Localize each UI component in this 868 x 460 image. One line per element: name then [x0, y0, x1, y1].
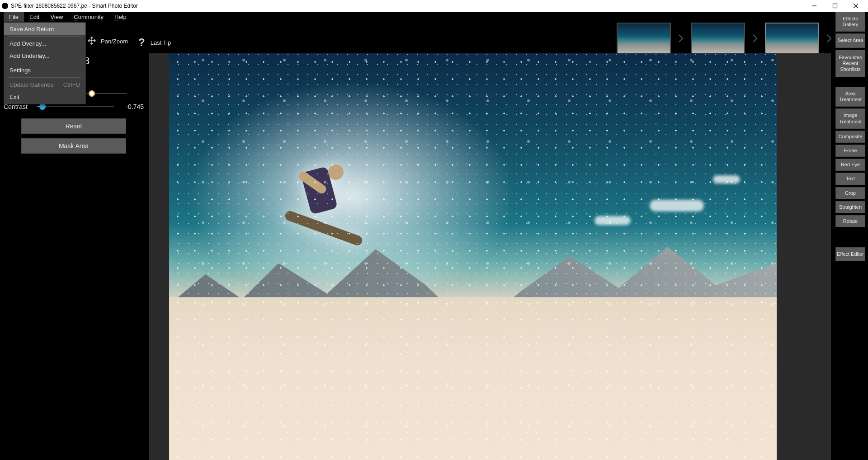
image-treatment-button[interactable]: Image Treatment: [835, 108, 865, 128]
menu-separator: [9, 36, 81, 37]
move-icon: [87, 36, 96, 47]
file-dropdown: Save And Return Add Overlay... Add Under…: [4, 22, 86, 104]
red-eye-button[interactable]: Red Eye: [835, 159, 865, 171]
svg-rect-1: [833, 4, 837, 8]
menu-separator: [9, 77, 81, 78]
effect-editor-button[interactable]: Effect Editor: [835, 247, 865, 261]
favourites-button[interactable]: Favourites Recent Shortlists: [835, 50, 865, 78]
menu-edit[interactable]: Edit: [24, 12, 45, 23]
file-settings[interactable]: Settings: [4, 64, 85, 76]
menu-view[interactable]: View: [45, 12, 68, 23]
window-title: SPE-filter-1608085822-0967.pe - Smart Ph…: [11, 3, 138, 9]
canvas-stage: [149, 53, 831, 460]
chevron-right-icon: [826, 34, 832, 45]
menubar: File Edit View Community Help: [0, 12, 868, 23]
file-exit[interactable]: Exit: [4, 91, 85, 103]
chevron-right-icon: [752, 34, 758, 45]
maximize-button[interactable]: [825, 0, 845, 12]
straighten-button[interactable]: Straighten: [835, 201, 865, 213]
edited-image[interactable]: [169, 53, 777, 460]
menu-community[interactable]: Community: [68, 12, 109, 23]
file-update-galleries: Update Galleries Ctrl+U: [4, 79, 85, 91]
file-save-and-return[interactable]: Save And Return: [4, 23, 85, 35]
menu-help[interactable]: Help: [109, 12, 132, 23]
contrast-slider[interactable]: [37, 103, 114, 110]
question-icon: ?: [138, 36, 145, 49]
select-area-button[interactable]: Select Area: [835, 33, 865, 47]
close-button[interactable]: [845, 0, 866, 12]
lasttip-label: Last Tip: [151, 39, 171, 46]
menu-separator: [9, 63, 81, 63]
rotate-button[interactable]: Rotate: [835, 215, 865, 227]
file-add-underlay[interactable]: Add Underlay...: [4, 50, 85, 62]
minimize-button[interactable]: [804, 0, 825, 12]
panzoom-label: Pan/Zoom: [101, 38, 128, 45]
text-button[interactable]: Text: [835, 173, 865, 185]
contrast-value: -0.745: [119, 103, 144, 110]
chevron-right-icon: [678, 34, 684, 45]
menu-file[interactable]: File: [4, 12, 24, 23]
reset-button[interactable]: Reset: [21, 118, 126, 134]
file-add-overlay[interactable]: Add Overlay...: [4, 38, 85, 50]
erase-button[interactable]: Erase: [835, 145, 865, 157]
crop-button[interactable]: Crop: [835, 187, 865, 199]
right-tools-column: Area Treatment Image Treatment Composite…: [835, 87, 865, 261]
tool-last-tip[interactable]: ? Last Tip: [138, 36, 171, 49]
brightness-slider-tail[interactable]: [86, 90, 127, 97]
app-logo-icon: [2, 3, 8, 9]
composite-button[interactable]: Composite: [835, 131, 865, 143]
area-treatment-button[interactable]: Area Treatment: [835, 87, 865, 107]
tool-panzoom[interactable]: Pan/Zoom: [87, 36, 128, 47]
effects-gallery-button[interactable]: Effects Gallery: [835, 12, 865, 32]
right-primary-column: Effects Gallery Select Area Favourites R…: [835, 12, 865, 77]
titlebar: SPE-filter-1608085822-0967.pe - Smart Ph…: [0, 0, 868, 12]
mask-area-button[interactable]: Mask Area: [21, 138, 126, 154]
snowboarder-illustration: [278, 151, 364, 250]
